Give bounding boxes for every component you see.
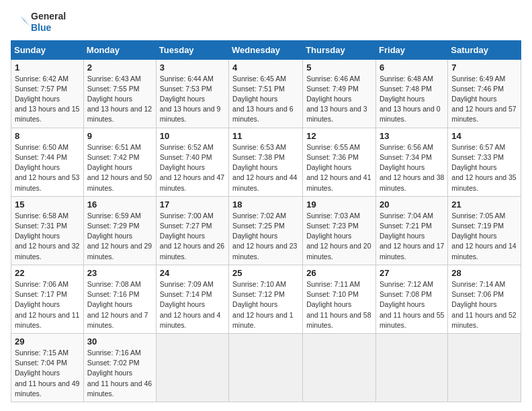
day-number: 5 xyxy=(306,62,372,73)
day-info: Sunrise: 6:46 AMSunset: 7:49 PMDaylight … xyxy=(306,74,372,125)
calendar-cell: 7Sunrise: 6:49 AMSunset: 7:46 PMDaylight… xyxy=(448,59,521,128)
day-number: 16 xyxy=(87,199,152,210)
day-number: 10 xyxy=(160,131,225,141)
day-info: Sunrise: 6:42 AMSunset: 7:57 PMDaylight … xyxy=(15,74,80,125)
calendar-cell: 5Sunrise: 6:46 AMSunset: 7:49 PMDaylight… xyxy=(303,59,376,128)
day-number: 7 xyxy=(451,62,517,73)
calendar-cell xyxy=(376,333,448,402)
calendar-body: 1Sunrise: 6:42 AMSunset: 7:57 PMDaylight… xyxy=(11,59,521,402)
logo-icon-wrapper xyxy=(11,13,30,32)
calendar-cell: 28Sunrise: 7:14 AMSunset: 7:06 PMDayligh… xyxy=(448,265,521,333)
day-info: Sunrise: 7:00 AMSunset: 7:27 PMDaylight … xyxy=(160,211,225,262)
logo-container: General Blue xyxy=(11,11,66,34)
logo: General Blue xyxy=(11,11,66,34)
calendar-cell: 8Sunrise: 6:50 AMSunset: 7:44 PMDaylight… xyxy=(11,128,84,196)
calendar-cell xyxy=(156,333,228,402)
day-info: Sunrise: 7:12 AMSunset: 7:08 PMDaylight … xyxy=(380,279,444,330)
day-info: Sunrise: 7:06 AMSunset: 7:17 PMDaylight … xyxy=(15,279,80,330)
day-info: Sunrise: 7:16 AMSunset: 7:02 PMDaylight … xyxy=(87,348,152,399)
day-info: Sunrise: 6:56 AMSunset: 7:34 PMDaylight … xyxy=(380,142,444,193)
day-number: 23 xyxy=(87,268,152,278)
calendar-cell: 14Sunrise: 6:57 AMSunset: 7:33 PMDayligh… xyxy=(448,128,521,196)
calendar-cell: 21Sunrise: 7:05 AMSunset: 7:19 PMDayligh… xyxy=(448,196,521,265)
calendar-week-5: 29Sunrise: 7:15 AMSunset: 7:04 PMDayligh… xyxy=(11,333,521,402)
calendar-cell: 23Sunrise: 7:08 AMSunset: 7:16 PMDayligh… xyxy=(83,265,156,333)
calendar-cell: 22Sunrise: 7:06 AMSunset: 7:17 PMDayligh… xyxy=(11,265,84,333)
day-number: 11 xyxy=(232,131,299,141)
calendar-cell: 20Sunrise: 7:04 AMSunset: 7:21 PMDayligh… xyxy=(376,196,448,265)
col-header-wednesday: Wednesday xyxy=(229,40,303,59)
day-info: Sunrise: 7:05 AMSunset: 7:19 PMDaylight … xyxy=(451,211,517,262)
day-number: 1 xyxy=(15,62,80,73)
day-number: 26 xyxy=(306,268,372,278)
calendar-cell: 27Sunrise: 7:12 AMSunset: 7:08 PMDayligh… xyxy=(376,265,448,333)
header: General Blue xyxy=(11,11,521,34)
calendar-cell: 4Sunrise: 6:45 AMSunset: 7:51 PMDaylight… xyxy=(229,59,303,128)
calendar-cell: 17Sunrise: 7:00 AMSunset: 7:27 PMDayligh… xyxy=(156,196,228,265)
col-header-friday: Friday xyxy=(376,40,448,59)
day-number: 13 xyxy=(380,131,444,141)
svg-marker-0 xyxy=(20,15,30,26)
calendar-cell: 24Sunrise: 7:09 AMSunset: 7:14 PMDayligh… xyxy=(156,265,228,333)
calendar-week-1: 1Sunrise: 6:42 AMSunset: 7:57 PMDaylight… xyxy=(11,59,521,128)
calendar-cell: 3Sunrise: 6:44 AMSunset: 7:53 PMDaylight… xyxy=(156,59,228,128)
calendar-cell: 11Sunrise: 6:53 AMSunset: 7:38 PMDayligh… xyxy=(229,128,303,196)
day-number: 2 xyxy=(87,62,152,73)
day-number: 24 xyxy=(160,268,225,278)
day-info: Sunrise: 7:04 AMSunset: 7:21 PMDaylight … xyxy=(380,211,444,262)
col-header-tuesday: Tuesday xyxy=(156,40,228,59)
day-number: 20 xyxy=(380,199,444,210)
day-info: Sunrise: 6:52 AMSunset: 7:40 PMDaylight … xyxy=(160,142,225,193)
calendar-cell: 9Sunrise: 6:51 AMSunset: 7:42 PMDaylight… xyxy=(83,128,156,196)
day-number: 18 xyxy=(232,199,299,210)
calendar-cell: 6Sunrise: 6:48 AMSunset: 7:48 PMDaylight… xyxy=(376,59,448,128)
day-number: 12 xyxy=(306,131,372,141)
calendar-cell: 30Sunrise: 7:16 AMSunset: 7:02 PMDayligh… xyxy=(83,333,156,402)
calendar-cell: 12Sunrise: 6:55 AMSunset: 7:36 PMDayligh… xyxy=(303,128,376,196)
calendar-cell: 13Sunrise: 6:56 AMSunset: 7:34 PMDayligh… xyxy=(376,128,448,196)
logo-text: General Blue xyxy=(31,11,66,34)
calendar-week-3: 15Sunrise: 6:58 AMSunset: 7:31 PMDayligh… xyxy=(11,196,521,265)
calendar-cell xyxy=(303,333,376,402)
col-header-thursday: Thursday xyxy=(303,40,376,59)
day-info: Sunrise: 6:51 AMSunset: 7:42 PMDaylight … xyxy=(87,142,152,193)
calendar-cell: 1Sunrise: 6:42 AMSunset: 7:57 PMDaylight… xyxy=(11,59,84,128)
day-info: Sunrise: 6:55 AMSunset: 7:36 PMDaylight … xyxy=(306,142,372,193)
day-info: Sunrise: 6:45 AMSunset: 7:51 PMDaylight … xyxy=(232,74,299,125)
day-number: 30 xyxy=(87,336,152,347)
calendar-header-row: SundayMondayTuesdayWednesdayThursdayFrid… xyxy=(11,40,521,59)
calendar-cell: 15Sunrise: 6:58 AMSunset: 7:31 PMDayligh… xyxy=(11,196,84,265)
day-number: 22 xyxy=(15,268,80,278)
day-number: 19 xyxy=(306,199,372,210)
svg-marker-1 xyxy=(23,17,30,25)
day-number: 17 xyxy=(160,199,225,210)
day-info: Sunrise: 7:15 AMSunset: 7:04 PMDaylight … xyxy=(15,348,80,399)
day-number: 9 xyxy=(87,131,152,141)
calendar-cell: 18Sunrise: 7:02 AMSunset: 7:25 PMDayligh… xyxy=(229,196,303,265)
logo-general: General xyxy=(31,11,66,22)
col-header-monday: Monday xyxy=(83,40,156,59)
day-info: Sunrise: 6:43 AMSunset: 7:55 PMDaylight … xyxy=(87,74,152,125)
day-number: 15 xyxy=(15,199,80,210)
day-number: 21 xyxy=(451,199,517,210)
day-info: Sunrise: 7:10 AMSunset: 7:12 PMDaylight … xyxy=(232,279,299,330)
day-info: Sunrise: 6:53 AMSunset: 7:38 PMDaylight … xyxy=(232,142,299,193)
day-number: 27 xyxy=(380,268,444,278)
col-header-saturday: Saturday xyxy=(448,40,521,59)
day-number: 28 xyxy=(451,268,517,278)
day-info: Sunrise: 6:48 AMSunset: 7:48 PMDaylight … xyxy=(380,74,444,125)
logo-blue: Blue xyxy=(31,22,66,34)
calendar-cell: 26Sunrise: 7:11 AMSunset: 7:10 PMDayligh… xyxy=(303,265,376,333)
calendar-cell: 29Sunrise: 7:15 AMSunset: 7:04 PMDayligh… xyxy=(11,333,84,402)
day-info: Sunrise: 7:09 AMSunset: 7:14 PMDaylight … xyxy=(160,279,225,330)
day-number: 4 xyxy=(232,62,299,73)
day-info: Sunrise: 7:14 AMSunset: 7:06 PMDaylight … xyxy=(451,279,517,330)
calendar-week-4: 22Sunrise: 7:06 AMSunset: 7:17 PMDayligh… xyxy=(11,265,521,333)
calendar-cell: 19Sunrise: 7:03 AMSunset: 7:23 PMDayligh… xyxy=(303,196,376,265)
day-number: 25 xyxy=(232,268,299,278)
calendar-table: SundayMondayTuesdayWednesdayThursdayFrid… xyxy=(11,40,521,402)
day-info: Sunrise: 7:11 AMSunset: 7:10 PMDaylight … xyxy=(306,279,372,330)
day-number: 29 xyxy=(15,336,80,347)
day-info: Sunrise: 7:08 AMSunset: 7:16 PMDaylight … xyxy=(87,279,152,330)
col-header-sunday: Sunday xyxy=(11,40,84,59)
